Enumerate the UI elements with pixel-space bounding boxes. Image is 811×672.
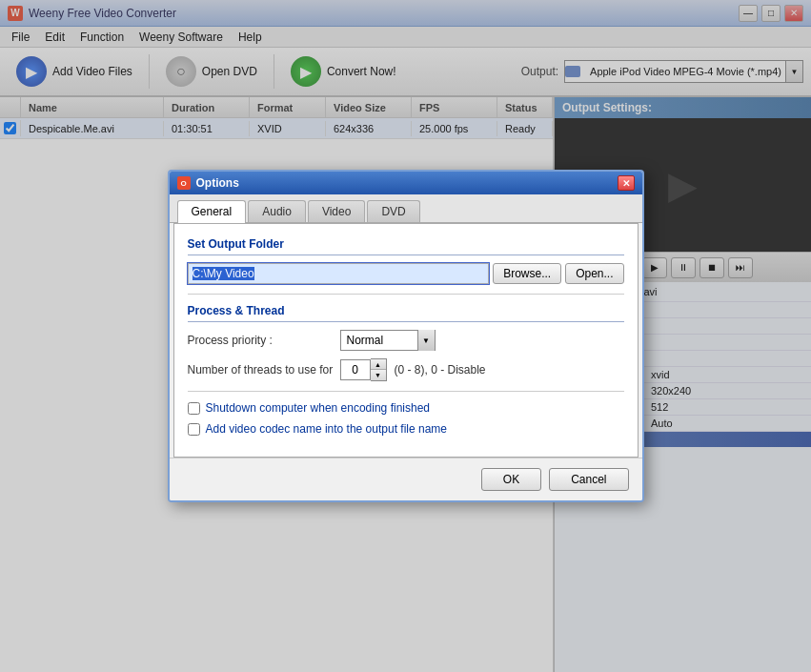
shutdown-checkbox[interactable]: [188, 402, 200, 415]
threads-input-group: ▲ ▼ (0 - 8), 0 - Disable: [340, 358, 486, 381]
thread-spinbox: ▲ ▼: [371, 358, 387, 381]
cancel-button[interactable]: Cancel: [549, 468, 628, 491]
threads-label: Number of threads to use for: [188, 363, 340, 377]
codec-name-checkbox[interactable]: [188, 423, 200, 436]
thread-spin-up[interactable]: ▲: [371, 359, 386, 370]
section-sep-1: [188, 294, 624, 295]
codec-name-label: Add video codec name into the output fil…: [206, 422, 448, 436]
dialog-title: Options: [196, 176, 239, 190]
process-priority-row: Process priority : Normal ▼: [188, 330, 624, 351]
tab-dvd[interactable]: DVD: [367, 200, 419, 222]
dialog-icon: O: [177, 176, 191, 190]
dialog-footer: OK Cancel: [170, 458, 642, 500]
dialog-close-button[interactable]: ✕: [618, 175, 635, 191]
output-folder-row: Browse... Open...: [188, 263, 624, 284]
process-priority-label: Process priority :: [188, 334, 340, 347]
shutdown-row: Shutdown computer when encoding finished: [188, 401, 624, 415]
browse-button[interactable]: Browse...: [493, 263, 561, 284]
dialog-tabs: General Audio Video DVD: [170, 194, 642, 223]
tab-general[interactable]: General: [177, 200, 247, 223]
modal-overlay: O Options ✕ General Audio Video DVD Set …: [0, 0, 811, 672]
threads-input[interactable]: [340, 359, 371, 380]
priority-select-arrow[interactable]: ▼: [417, 330, 435, 351]
process-priority-select[interactable]: Normal ▼: [340, 330, 436, 351]
tab-audio[interactable]: Audio: [248, 200, 306, 222]
options-dialog: O Options ✕ General Audio Video DVD Set …: [168, 170, 644, 502]
section-process-title: Process & Thread: [188, 304, 624, 322]
thread-spin-down[interactable]: ▼: [371, 370, 386, 380]
output-folder-input[interactable]: [188, 263, 490, 284]
codec-name-row: Add video codec name into the output fil…: [188, 422, 624, 436]
shutdown-label: Shutdown computer when encoding finished: [206, 401, 431, 415]
open-button[interactable]: Open...: [565, 263, 623, 284]
tab-video[interactable]: Video: [308, 200, 365, 222]
section-sep-2: [188, 391, 624, 392]
section-output-title: Set Output Folder: [188, 237, 624, 255]
threads-row: Number of threads to use for ▲ ▼ (0 - 8)…: [188, 358, 624, 381]
dialog-content: Set Output Folder Browse... Open... Proc…: [173, 223, 639, 458]
ok-button[interactable]: OK: [481, 468, 541, 491]
dialog-title-bar: O Options ✕: [170, 172, 642, 194]
priority-select-text: Normal: [341, 332, 417, 349]
threads-hint: (0 - 8), 0 - Disable: [395, 363, 486, 377]
